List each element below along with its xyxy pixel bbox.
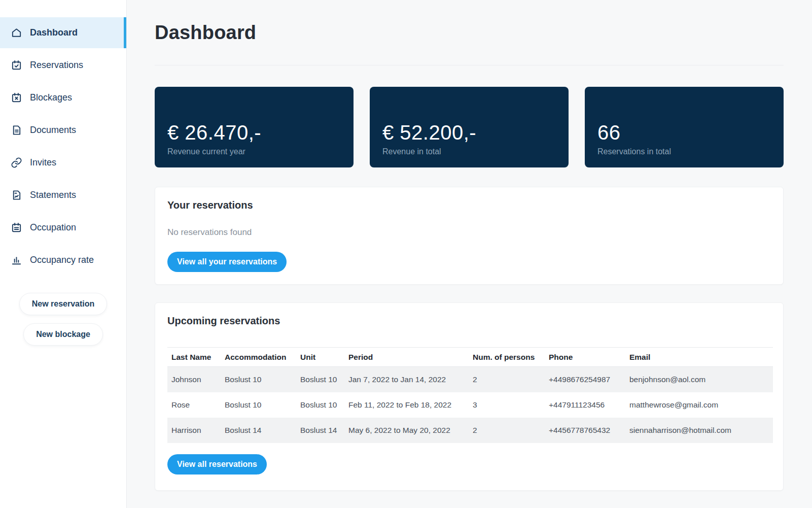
new-reservation-button[interactable]: New reservation: [19, 293, 108, 315]
cell-phone: +4456778765432: [545, 418, 625, 443]
cell-period: May 6, 2022 to May 20, 2022: [344, 418, 469, 443]
stat-card-reservations-total: 66 Reservations in total: [585, 87, 784, 167]
cell-email: siennaharrison@hotmail.com: [625, 418, 773, 443]
document-icon: [10, 124, 22, 137]
your-reservations-panel: Your reservations No reservations found …: [155, 187, 784, 285]
sidebar: Dashboard Reservations Blockages: [0, 0, 127, 508]
file-chart-icon: [10, 189, 22, 201]
column-header-unit: Unit: [296, 348, 344, 367]
calendar-x-icon: [10, 92, 22, 104]
main-content: Dashboard € 26.470,- Revenue current yea…: [127, 0, 812, 508]
cell-email: matthewrose@gmail.com: [625, 392, 773, 418]
stat-value: € 26.470,-: [167, 121, 341, 144]
column-header-num-of-persons: Num. of persons: [469, 348, 545, 367]
stat-value: € 52.200,-: [382, 121, 556, 144]
stat-card-revenue-current-year: € 26.470,- Revenue current year: [155, 87, 354, 167]
cell-num-of-persons: 3: [469, 392, 545, 418]
sidebar-item-label: Invites: [30, 157, 56, 168]
sidebar-actions: New reservation New blockage: [0, 293, 126, 346]
table-header-row: Last Name Accommodation Unit Period Num.…: [167, 348, 773, 367]
cell-last-name: Rose: [167, 392, 221, 418]
sidebar-item-label: Statements: [30, 190, 76, 200]
upcoming-reservations-footer: View all reservations: [167, 454, 771, 478]
stat-card-revenue-total: € 52.200,- Revenue in total: [370, 87, 569, 167]
upcoming-reservations-panel: Upcoming reservations Last Name Accommod…: [155, 302, 784, 491]
sidebar-item-label: Documents: [30, 125, 76, 136]
sidebar-item-blockages[interactable]: Blockages: [0, 82, 126, 113]
column-header-email: Email: [625, 348, 773, 367]
stats-row: € 26.470,- Revenue current year € 52.200…: [155, 87, 784, 167]
cell-num-of-persons: 2: [469, 367, 545, 392]
calendar-grid-icon: [10, 222, 22, 234]
stat-value: 66: [597, 121, 771, 144]
upcoming-reservations-table: Last Name Accommodation Unit Period Num.…: [167, 347, 773, 443]
sidebar-item-occupation[interactable]: Occupation: [0, 212, 126, 243]
title-divider: [155, 65, 784, 65]
cell-email: benjohnson@aol.com: [625, 367, 773, 392]
sidebar-item-label: Occupation: [30, 222, 76, 233]
sidebar-item-occupancy-rate[interactable]: Occupancy rate: [0, 245, 126, 276]
sidebar-item-documents[interactable]: Documents: [0, 115, 126, 146]
page-title: Dashboard: [155, 19, 784, 46]
cell-accommodation: Boslust 10: [221, 392, 296, 418]
column-header-accommodation: Accommodation: [221, 348, 296, 367]
cell-phone: +4498676254987: [545, 367, 625, 392]
sidebar-item-statements[interactable]: Statements: [0, 180, 126, 211]
cell-last-name: Johnson: [167, 367, 221, 392]
sidebar-item-label: Reservations: [30, 60, 83, 71]
calendar-check-icon: [10, 59, 22, 72]
cell-num-of-persons: 2: [469, 418, 545, 443]
table-row: Harrison Boslust 14 Boslust 14 May 6, 20…: [167, 418, 773, 443]
sidebar-item-reservations[interactable]: Reservations: [0, 50, 126, 81]
home-icon: [10, 27, 22, 39]
cell-unit: Boslust 10: [296, 392, 344, 418]
sidebar-item-dashboard[interactable]: Dashboard: [0, 17, 126, 48]
cell-unit: Boslust 14: [296, 418, 344, 443]
stat-label: Reservations in total: [597, 147, 771, 156]
cell-phone: +447911123456: [545, 392, 625, 418]
cell-last-name: Harrison: [167, 418, 221, 443]
sidebar-item-label: Blockages: [30, 92, 72, 103]
table-row: Rose Boslust 10 Boslust 10 Feb 11, 2022 …: [167, 392, 773, 418]
stat-label: Revenue in total: [382, 147, 556, 156]
your-reservations-title: Your reservations: [167, 199, 771, 211]
cell-accommodation: Boslust 10: [221, 367, 296, 392]
column-header-period: Period: [344, 348, 469, 367]
cell-accommodation: Boslust 14: [221, 418, 296, 443]
sidebar-item-label: Occupancy rate: [30, 255, 94, 265]
cell-unit: Boslust 10: [296, 367, 344, 392]
column-header-last-name: Last Name: [167, 348, 221, 367]
table-row: Johnson Boslust 10 Boslust 10 Jan 7, 202…: [167, 367, 773, 392]
column-header-phone: Phone: [545, 348, 625, 367]
view-all-reservations-button[interactable]: View all reservations: [167, 454, 267, 475]
upcoming-reservations-title: Upcoming reservations: [167, 315, 771, 327]
sidebar-item-invites[interactable]: Invites: [0, 147, 126, 178]
view-all-your-reservations-button[interactable]: View all your reservations: [167, 252, 287, 272]
no-reservations-message: No reservations found: [167, 227, 771, 238]
new-blockage-button[interactable]: New blockage: [23, 323, 103, 346]
cell-period: Feb 11, 2022 to Feb 18, 2022: [344, 392, 469, 418]
link-icon: [10, 157, 22, 169]
cell-period: Jan 7, 2022 to Jan 14, 2022: [344, 367, 469, 392]
sidebar-item-label: Dashboard: [30, 27, 78, 38]
stat-label: Revenue current year: [167, 147, 341, 156]
bar-chart-icon: [10, 254, 22, 266]
app-root: Dashboard Reservations Blockages: [0, 0, 812, 508]
